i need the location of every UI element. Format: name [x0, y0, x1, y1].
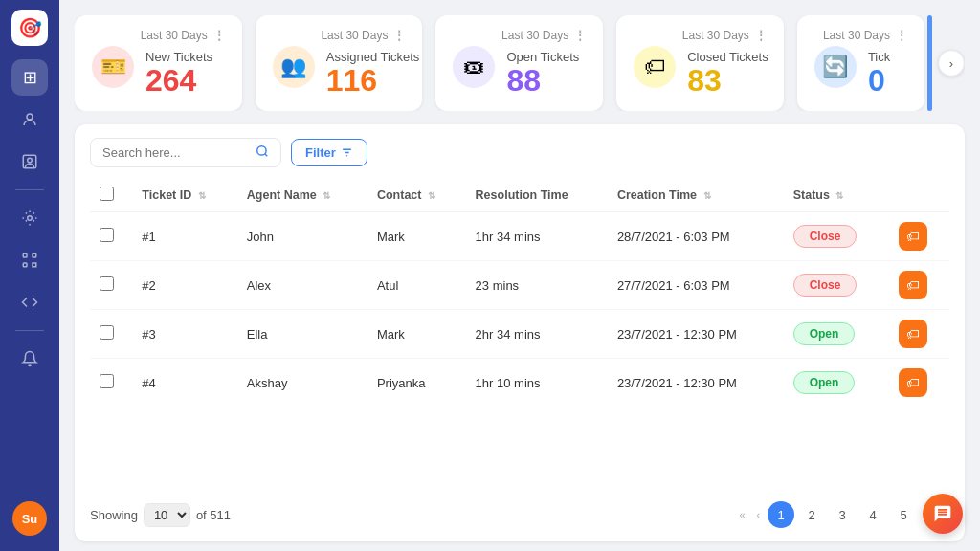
- row-4-checkbox[interactable]: [100, 374, 114, 388]
- svg-rect-4: [23, 253, 27, 257]
- page-prev-btn[interactable]: ‹: [753, 507, 765, 522]
- th-status: Status ⇅: [784, 179, 889, 212]
- new-tickets-value: 264: [145, 64, 225, 98]
- table-body: #1 John Mark 1hr 34 mins 28/7/2021 - 6:0…: [90, 212, 949, 408]
- stat-card-new-tickets: Last 30 Days ⋮ 🎫 New Tickets 264: [75, 15, 242, 111]
- row-4-status-badge[interactable]: Open: [793, 371, 856, 394]
- th-contact-sort-icon[interactable]: ⇅: [428, 190, 435, 201]
- th-resolution-time: Resolution Time: [466, 179, 608, 212]
- th-creation-time: Creation Time ⇅: [608, 179, 784, 212]
- open-tickets-label: Open Tickets: [506, 50, 586, 64]
- row-1-contact: Mark: [368, 212, 466, 261]
- tick-menu-icon[interactable]: ⋮: [896, 29, 907, 42]
- sidebar-item-scan[interactable]: [11, 242, 48, 278]
- th-ticket-id-sort-icon[interactable]: ⇅: [198, 190, 206, 201]
- pagination-left: Showing 10 25 50 of 511: [90, 503, 231, 527]
- row-1-action-btn[interactable]: 🏷: [899, 222, 927, 251]
- stat-card-open-tickets: Last 30 Days ⋮ 🎟 Open Tickets 88: [435, 15, 603, 111]
- filter-button[interactable]: Filter: [291, 139, 368, 166]
- row-3-checkbox[interactable]: [100, 325, 114, 340]
- th-agent-name-label: Agent Name: [247, 188, 317, 202]
- assigned-tickets-value: 116: [326, 64, 406, 98]
- row-1-creation-time: 28/7/2021 - 6:03 PM: [608, 212, 784, 261]
- row-3-action-btn[interactable]: 🏷: [899, 320, 927, 348]
- row-2-action-btn[interactable]: 🏷: [899, 271, 927, 299]
- search-icon: [256, 144, 269, 161]
- new-tickets-period: Last 30 Days: [141, 29, 208, 42]
- row-1-checkbox[interactable]: [100, 228, 114, 242]
- sidebar-item-person[interactable]: [11, 143, 48, 180]
- row-4-ticket-id: #4: [132, 359, 236, 408]
- sidebar-avatar[interactable]: Su: [12, 501, 47, 536]
- closed-tickets-period: Last 30 Days: [682, 29, 749, 42]
- row-2-agent-name: Alex: [237, 261, 368, 310]
- stats-scroll-next[interactable]: ›: [938, 50, 965, 77]
- th-agent-name-sort-icon[interactable]: ⇅: [323, 190, 330, 201]
- new-tickets-menu-icon[interactable]: ⋮: [213, 29, 225, 42]
- row-3-status-badge[interactable]: Open: [793, 322, 856, 345]
- svg-point-0: [27, 114, 33, 120]
- stat-card-assigned-tickets: Last 30 Days ⋮ 👥 Assigned Tickets 116: [256, 15, 423, 111]
- sidebar-item-bell[interactable]: [11, 341, 48, 377]
- row-4-contact: Priyanka: [368, 359, 466, 408]
- page-4-btn[interactable]: 4: [859, 501, 886, 528]
- stat-card-closed-tickets: Last 30 Days ⋮ 🏷 Closed Tickets 83: [616, 15, 784, 111]
- row-2-status-badge[interactable]: Close: [793, 274, 858, 297]
- row-2-resolution-time: 23 mins: [466, 261, 608, 310]
- closed-tickets-label: Closed Tickets: [687, 50, 767, 64]
- search-box[interactable]: [90, 138, 281, 167]
- page-2-btn[interactable]: 2: [798, 501, 825, 528]
- th-creation-time-sort-icon[interactable]: ⇅: [703, 190, 711, 201]
- sidebar-item-settings[interactable]: [11, 200, 48, 236]
- row-3-creation-time: 23/7/2021 - 12:30 PM: [608, 310, 784, 359]
- sidebar: 🎯 ⊞ Su: [0, 0, 59, 551]
- new-tickets-label: New Tickets: [145, 50, 225, 64]
- toolbar: Filter: [90, 138, 949, 167]
- filter-label: Filter: [305, 145, 336, 160]
- row-3-agent-name: Ella: [237, 310, 368, 359]
- open-tickets-menu-icon[interactable]: ⋮: [574, 29, 586, 42]
- page-3-btn[interactable]: 3: [829, 501, 856, 528]
- sidebar-item-dashboard[interactable]: ⊞: [11, 59, 48, 96]
- stat-card-header-closed: Last 30 Days ⋮: [634, 29, 767, 42]
- table-container: Ticket ID ⇅ Agent Name ⇅ Contact ⇅ Res: [90, 179, 949, 492]
- assigned-tickets-menu-icon[interactable]: ⋮: [393, 29, 405, 42]
- row-1-status-badge[interactable]: Close: [793, 225, 858, 248]
- per-page-select[interactable]: 10 25 50: [144, 503, 190, 527]
- tick-period: Last 30 Days: [823, 29, 890, 42]
- showing-label: Showing: [90, 508, 138, 522]
- sidebar-item-code[interactable]: [11, 284, 48, 320]
- th-ticket-id: Ticket ID ⇅: [132, 179, 236, 212]
- th-checkbox: [90, 179, 132, 212]
- closed-tickets-icon: 🏷: [634, 46, 676, 88]
- chat-widget[interactable]: [923, 494, 963, 534]
- page-1-btn[interactable]: 1: [768, 501, 794, 528]
- search-input[interactable]: [102, 145, 250, 160]
- table-row: #2 Alex Atul 23 mins 27/7/2021 - 6:03 PM…: [90, 261, 949, 310]
- sidebar-divider-2: [15, 330, 44, 331]
- sidebar-divider: [15, 189, 44, 190]
- row-2-creation-time: 27/7/2021 - 6:03 PM: [608, 261, 784, 310]
- pagination-controls: « ‹ 1 2 3 4 5 › »: [735, 501, 949, 528]
- closed-tickets-menu-icon[interactable]: ⋮: [755, 29, 767, 42]
- select-all-checkbox[interactable]: [100, 187, 114, 201]
- table-row: #1 John Mark 1hr 34 mins 28/7/2021 - 6:0…: [90, 212, 949, 261]
- sidebar-item-agents[interactable]: [11, 101, 48, 138]
- row-4-action-btn[interactable]: 🏷: [899, 368, 927, 397]
- th-contact-label: Contact: [377, 188, 422, 202]
- th-status-sort-icon[interactable]: ⇅: [835, 190, 843, 201]
- row-2-checkbox[interactable]: [100, 276, 114, 291]
- svg-point-3: [28, 216, 33, 221]
- th-ticket-id-label: Ticket ID: [142, 188, 191, 202]
- page-5-btn[interactable]: 5: [890, 501, 917, 528]
- pagination-row: Showing 10 25 50 of 511 « ‹ 1 2 3 4 5 › …: [90, 501, 949, 528]
- tick-icon: 🔄: [814, 46, 857, 88]
- page-first-btn[interactable]: «: [735, 507, 748, 522]
- stat-card-header-tick: Last 30 Days ⋮: [814, 29, 907, 42]
- total-label: of 511: [196, 508, 231, 522]
- row-2-contact: Atul: [368, 261, 466, 310]
- assigned-tickets-icon: 👥: [273, 46, 315, 88]
- row-2-ticket-id: #2: [132, 261, 236, 310]
- stat-card-tick: Last 30 Days ⋮ 🔄 Tick 0: [797, 15, 924, 111]
- closed-tickets-value: 83: [687, 64, 767, 98]
